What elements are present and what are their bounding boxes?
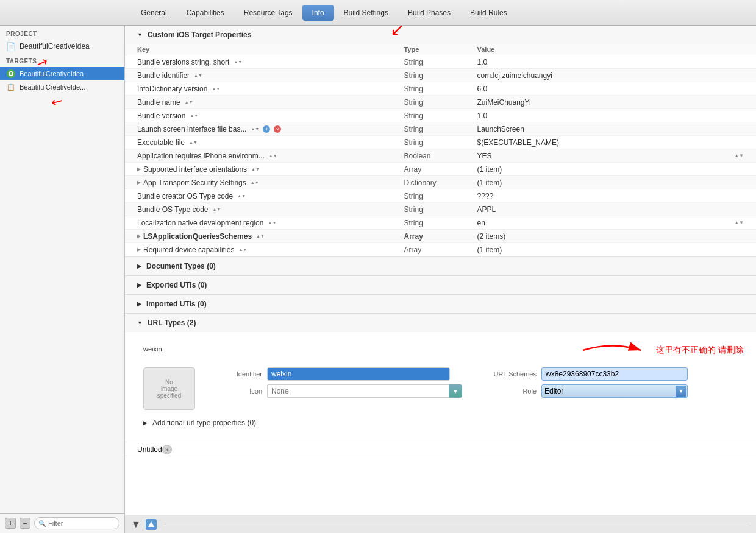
project-section-header: PROJECT [0,26,124,40]
url-types-title: URL Types (2) [148,319,196,327]
table-row[interactable]: Application requires iPhone environm...▲… [125,149,756,163]
sort-arrows: ▲▼ [251,127,259,131]
role-label: Role [482,387,537,395]
tab-build-settings[interactable]: Build Settings [334,5,398,21]
url-left-fields: Identifier Icon ▼ [207,367,469,398]
untitled-row: Untitled × [125,442,756,457]
exported-utis-triangle: ▶ [137,282,141,288]
sort-arrows: ▲▼ [251,167,260,171]
filter-box[interactable]: 🔍 [34,517,119,529]
url-schemes-input[interactable] [541,367,688,381]
table-row[interactable]: Executable file▲▼ String $(EXECUTABLE_NA… [125,136,756,149]
document-types-header[interactable]: ▶ Document Types (0) [125,257,756,275]
icon-input[interactable] [267,384,449,398]
add-row-btn[interactable]: + [263,125,270,133]
doc-types-triangle: ▶ [137,263,141,269]
annotation-text: 这里有不正确的 请删除 [656,345,744,356]
filter-icon: 🔍 [38,520,46,527]
table-row[interactable]: ▶ Required device capabilities▲▼ Array (… [125,243,756,256]
sidebar-project-item[interactable]: 📄 BeautifulCreativeIdea [0,40,124,53]
annotation-area: 这里有不正确的 请删除 [577,338,744,362]
url-type-entry: No image specified Identifier Icon [143,367,744,410]
main-content: ▼ Custom iOS Target Properties Key Type … [125,26,756,515]
identifier-input[interactable] [267,367,450,381]
svg-point-2 [10,72,12,75]
identifier-row: Identifier [207,367,469,381]
table-row[interactable]: Bundle versions string, short▲▼ String 1… [125,55,756,69]
table-row[interactable]: Localization native development region▲▼… [125,216,756,230]
untitled-label: Untitled [137,445,162,454]
sort-arrows: ▲▼ [213,207,221,211]
url-types-content: weixin 这里有不正确的 请删除 [125,332,756,442]
sort-arrows: ▲▼ [256,234,265,238]
bottom-icon2[interactable] [146,519,157,530]
table-row[interactable]: Bundle identifier▲▼ String com.lcj.zuime… [125,69,756,82]
add-target-button[interactable]: + [5,518,16,529]
sort-arrows: ▲▼ [238,247,247,252]
imported-utis-section: ▶ Imported UTIs (0) [125,295,756,314]
table-header: Key Type Value [125,44,756,55]
document-types-section: ▶ Document Types (0) [125,257,756,276]
target-icon1 [6,69,16,79]
icon-row: Icon ▼ [207,384,469,398]
identifier-label: Identifier [207,370,262,378]
sort-arrows: ▲▼ [251,180,259,185]
sort-arrows: ▲▼ [189,140,198,144]
table-row[interactable]: Bundle version▲▼ String 1.0 [125,109,756,122]
url-types-section: ▼ URL Types (2) weixin [125,314,756,457]
exported-utis-header[interactable]: ▶ Exported UTIs (0) [125,276,756,294]
imported-utis-header[interactable]: ▶ Imported UTIs (0) [125,295,756,313]
bottom-bar: ▼ [125,515,756,533]
key-header: Key [137,46,404,53]
no-image-box: No image specified [143,367,195,410]
table-row[interactable]: ▶ LSApplicationQueriesSchemes▲▼ Array (2… [125,230,756,243]
tab-resource-tags[interactable]: Resource Tags [234,5,302,21]
sort-arrows: ▲▼ [194,73,202,77]
sidebar-target-item2[interactable]: 📋 BeautifulCreativeIde... [0,80,124,94]
svg-marker-4 [148,521,154,527]
sidebar-target-item1[interactable]: BeautifulCreativeIdea [0,67,124,80]
remove-row-btn[interactable]: × [274,125,281,133]
tab-build-phases[interactable]: Build Phases [398,5,460,21]
filter-input[interactable] [48,520,115,527]
tab-info[interactable]: Info [302,5,334,21]
value-header: Value [477,46,744,53]
additional-url-row[interactable]: ▶ Additional url type properties (0) [143,416,744,429]
sort-arrows: ▲▼ [237,194,246,198]
targets-section-header: TARGETS [0,53,124,67]
table-row-app-transport[interactable]: ▶ App Transport Security Settings▲▼ Dict… [125,176,756,189]
url-types-header[interactable]: ▼ URL Types (2) [125,314,756,332]
table-row[interactable]: InfoDictionary version▲▼ String 6.0 [125,82,756,96]
target-icon2: 📋 [6,82,16,92]
url-schemes-label: URL Schemes [482,370,537,378]
table-row[interactable]: ▶ Supported interface orientations▲▼ Arr… [125,163,756,176]
role-row: Role Editor Viewer None ▼ [482,384,744,398]
bottom-divider [164,524,750,524]
custom-ios-triangle: ▼ [137,32,143,38]
table-row[interactable]: Bundle OS Type code▲▼ String APPL [125,203,756,216]
sort-arrows: ▲▼ [234,60,242,64]
tab-general[interactable]: General [131,5,177,21]
doc-icon: 📄 [6,41,16,51]
table-row[interactable]: Launch screen interface file bas... ▲▼ +… [125,122,756,136]
type-header: Type [404,46,477,53]
sort-arrows: ▲▼ [268,221,276,225]
table-row[interactable]: Bundle name▲▼ String ZuiMeiChuangYi [125,96,756,109]
imported-utis-triangle: ▶ [137,301,141,307]
imported-utis-title: Imported UTIs (0) [146,300,207,308]
url-right-fields: URL Schemes Role Editor Viewer [482,367,744,398]
custom-ios-header[interactable]: ▼ Custom iOS Target Properties [125,26,756,44]
tab-build-rules[interactable]: Build Rules [460,5,517,21]
remove-target-button[interactable]: − [20,518,30,529]
untitled-remove-btn[interactable]: × [162,445,172,454]
sidebar-footer: + − 🔍 [0,513,124,533]
sidebar: PROJECT 📄 BeautifulCreativeIdea TARGETS … [0,26,125,533]
table-row[interactable]: Bundle creator OS Type code▲▼ String ???… [125,189,756,203]
icon-dropdown-btn[interactable]: ▼ [449,384,462,398]
additional-url-label: Additional url type properties (0) [152,418,256,427]
tab-capabilities[interactable]: Capabilities [177,5,234,21]
red-arrow-annotation [577,338,650,362]
bottom-icon1[interactable]: ▼ [131,519,141,530]
role-select[interactable]: Editor Viewer None [541,384,688,398]
doc-types-title: Document Types (0) [146,262,216,270]
